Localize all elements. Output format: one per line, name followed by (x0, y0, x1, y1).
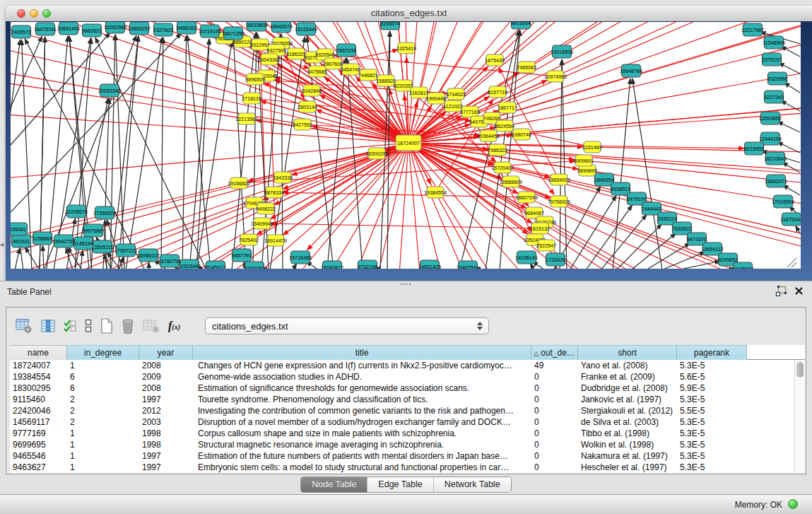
network-node[interactable]: 8454749 (341, 64, 360, 75)
cell-out_degree[interactable]: 0 (531, 439, 578, 450)
network-node[interactable]: 18475741 (34, 23, 57, 35)
cell-title[interactable]: Tourette syndrome. Phenomenology and cla… (193, 394, 531, 405)
network-node[interactable]: 1588520 (376, 75, 396, 86)
network-node[interactable]: 16210643 (764, 152, 787, 165)
cell-title[interactable]: Disruption of a novel member of a sodium… (193, 416, 531, 428)
cell-year[interactable]: 2012 (139, 405, 193, 416)
network-node[interactable]: 14651425 (418, 260, 441, 269)
network-node[interactable]: 8215955 (744, 142, 764, 155)
network-node[interactable]: 1325419 (396, 42, 416, 54)
network-node[interactable]: 19166822 (228, 177, 250, 189)
network-node[interactable]: 1527602 (153, 23, 173, 36)
network-node[interactable]: 1867717 (498, 102, 517, 113)
network-node[interactable]: 15692971 (765, 175, 787, 187)
cell-in_degree[interactable]: 6 (67, 371, 139, 382)
network-node[interactable]: 7857234 (336, 44, 356, 57)
network-node[interactable]: 9896509 (245, 74, 265, 85)
cell-in_degree[interactable]: 1 (67, 450, 139, 462)
network-node[interactable]: 9457791 (232, 249, 252, 262)
canvas-resize-grip-icon[interactable] (787, 258, 796, 267)
network-node[interactable]: 18807249 (515, 192, 538, 203)
cell-in_degree[interactable]: 1 (67, 462, 139, 473)
network-canvas[interactable]: 1872400779638228860128891295423226058932… (11, 22, 801, 269)
cell-year[interactable]: 1998 (139, 439, 193, 450)
cell-out_degree[interactable]: 49 (531, 360, 578, 371)
cell-pagerank[interactable]: 5.6E-5 (677, 371, 747, 382)
cell-out_degree[interactable]: 0 (531, 371, 578, 382)
network-node[interactable]: 7446821 (358, 69, 378, 81)
network-node[interactable]: 10688609 (500, 176, 522, 187)
table-row[interactable]: 1456911722003Disruption of a novel membe… (10, 416, 805, 428)
cell-name[interactable]: 9465546 (10, 450, 67, 462)
column-header-short[interactable]: short (578, 345, 677, 360)
network-node[interactable]: 8427552 (293, 119, 312, 130)
network-node[interactable]: 9329966 (767, 72, 787, 85)
cell-in_degree[interactable]: 2 (67, 394, 139, 405)
cell-name[interactable]: 18300295 (10, 382, 67, 394)
window-titlebar[interactable]: citations_edges.txt (6, 6, 812, 22)
cell-name[interactable]: 9115460 (10, 394, 67, 405)
network-node[interactable]: 17359924 (93, 206, 116, 219)
cell-out_degree[interactable]: 0 (531, 462, 578, 473)
network-node[interactable]: 20691406 (57, 22, 80, 35)
cell-in_degree[interactable]: 1 (67, 439, 139, 450)
network-node[interactable]: 79756928 (548, 196, 570, 207)
network-node[interactable]: 16033809 (245, 22, 268, 31)
cell-name[interactable]: 9699695 (10, 439, 67, 450)
panel-divider-grip[interactable] (400, 283, 411, 286)
network-node[interactable]: 9227343 (764, 90, 784, 103)
cell-year[interactable]: 1997 (139, 450, 193, 462)
cell-pagerank[interactable]: 5.3E-5 (677, 450, 747, 462)
cell-year[interactable]: 1998 (139, 428, 193, 439)
cell-title[interactable]: Estimation of significance thresholds fo… (193, 382, 531, 394)
network-node[interactable]: 15716485 (289, 251, 312, 264)
network-node[interactable]: 17957223 (114, 244, 137, 257)
network-node[interactable]: 18943074 (270, 22, 293, 33)
network-node[interactable]: 20053346 (98, 84, 121, 97)
delete-table-button[interactable] (142, 318, 160, 334)
cell-short[interactable]: Hescheler et al. (1997) (578, 462, 677, 473)
network-node[interactable]: 12093852 (759, 112, 782, 124)
cell-name[interactable]: 18724007 (10, 360, 67, 371)
network-node[interactable]: 16671355 (222, 27, 245, 40)
cell-title[interactable]: Changes of HCN gene expression and I(f) … (193, 360, 531, 371)
cell-short[interactable]: Dudbridge et al. (2008) (578, 382, 677, 394)
network-node[interactable]: 16543362 (258, 54, 281, 65)
cell-short[interactable]: de Silva et al. (2003) (578, 416, 677, 428)
cell-out_degree[interactable]: 0 (531, 416, 578, 428)
cell-name[interactable]: 19384554 (10, 371, 67, 382)
cell-name[interactable]: 9463627 (10, 462, 67, 473)
network-node[interactable]: 8194292 (245, 262, 264, 269)
network-node[interactable]: 9245012 (206, 261, 225, 269)
cell-title[interactable]: Embryonic stem cells: a model to study s… (193, 462, 531, 473)
network-node[interactable]: 7485083 (517, 62, 536, 73)
cell-in_degree[interactable]: 1 (67, 428, 139, 439)
create-column-button[interactable] (100, 317, 114, 334)
cell-short[interactable]: Yano et al. (2008) (578, 360, 677, 371)
network-node[interactable]: 3475685 (307, 66, 327, 77)
cell-pagerank[interactable]: 5.5E-5 (677, 405, 747, 416)
network-node[interactable]: 8186328 (286, 48, 306, 59)
table-row[interactable]: 946362711997Embryonic stem cells: a mode… (10, 462, 805, 473)
table-row[interactable]: 911546021997Tourette syndrome. Phenomeno… (10, 394, 805, 405)
float-panel-button[interactable] (775, 286, 787, 296)
table-row[interactable]: 2242004622012Investigating the contribut… (10, 405, 805, 416)
network-node[interactable]: 1156869 (33, 232, 52, 245)
cell-short[interactable]: Stergiakouli et al. (2012) (578, 405, 677, 416)
network-node[interactable]: 19245031 (731, 262, 754, 269)
network-node[interactable]: 2522547 (536, 240, 556, 251)
network-node[interactable]: 18402591 (457, 261, 479, 269)
network-node[interactable]: 18724007 (396, 135, 421, 151)
cell-in_degree[interactable]: 1 (67, 360, 139, 371)
cell-out_degree[interactable]: 0 (531, 450, 578, 462)
network-node[interactable]: 9242848 (302, 85, 322, 96)
network-node[interactable]: 16648784 (620, 64, 642, 77)
cell-year[interactable]: 1997 (139, 462, 193, 473)
cell-short[interactable]: Tibbo et al. (1998) (578, 428, 677, 439)
cell-short[interactable]: Wolkin et al. (1998) (578, 439, 677, 450)
network-node[interactable]: 18300295 (365, 148, 388, 159)
network-node[interactable]: 13505115 (91, 240, 113, 253)
network-node[interactable]: 1615132 (530, 223, 550, 234)
network-node[interactable]: 7825402 (239, 234, 259, 245)
network-node[interactable]: 20206576 (65, 205, 88, 218)
